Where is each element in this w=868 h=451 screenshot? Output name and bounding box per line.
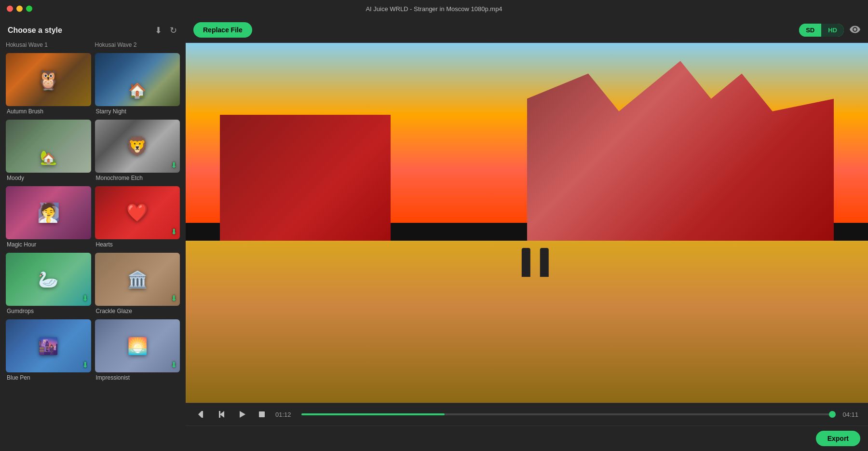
style-thumb-monochrome-etch: ⬇ <box>95 120 180 173</box>
scene-figures <box>521 248 548 277</box>
style-name-magic-hour: Magic Hour <box>6 239 91 249</box>
play-button[interactable] <box>236 408 248 421</box>
style-name-crackle-glaze: Crackle Glaze <box>95 306 180 315</box>
replace-file-button[interactable]: Replace File <box>193 22 252 38</box>
figure-2 <box>540 248 548 277</box>
window-controls <box>7 6 32 12</box>
style-item-impressionist[interactable]: ⬇ Impressionist <box>93 317 182 384</box>
bottom-bar: Export <box>186 425 868 451</box>
style-name-blue-pen: Blue Pen <box>6 372 91 382</box>
style-thumb-moody <box>6 120 91 173</box>
style-item-starry-night[interactable]: Starry Night <box>93 51 182 118</box>
controls-bar: 01:12 04:11 <box>186 403 868 425</box>
svg-marker-0 <box>198 411 202 418</box>
sd-button[interactable]: SD <box>799 24 821 37</box>
title-bar: AI Juice WRLD - Stranger in Moscow 1080p… <box>0 0 868 17</box>
svg-marker-2 <box>220 411 224 418</box>
style-thumb-crackle-glaze: ⬇ <box>95 253 180 306</box>
maximize-button[interactable] <box>26 6 32 12</box>
eye-icon[interactable] <box>850 25 860 36</box>
style-thumb-gumdrops: ⬇ <box>6 253 91 306</box>
video-scene <box>186 43 868 403</box>
stop-button[interactable] <box>256 409 268 420</box>
download-badge-impressionist: ⬇ <box>171 360 177 369</box>
sidebar-title: Choose a style <box>8 26 62 35</box>
hokusai-labels: Hokusai Wave 1 Hokusai Wave 2 <box>0 41 186 51</box>
style-grid: Autumn Brush Starry Night Moody ⬇ Monoch… <box>0 51 186 388</box>
rewind-button[interactable] <box>195 408 208 421</box>
style-item-blue-pen[interactable]: ⬇ Blue Pen <box>4 317 93 384</box>
top-bar: Replace File SD HD <box>186 17 868 43</box>
close-button[interactable] <box>7 6 13 12</box>
hokusai-wave-1-label: Hokusai Wave 1 <box>4 41 93 51</box>
current-time: 01:12 <box>275 411 294 418</box>
style-item-hearts[interactable]: ⬇ Hearts <box>93 184 182 251</box>
style-item-autumn-brush[interactable]: Autumn Brush <box>4 51 93 118</box>
download-badge-crackle: ⬇ <box>171 294 177 303</box>
export-button[interactable]: Export <box>816 431 860 446</box>
sidebar: Choose a style ⬇ ↻ Hokusai Wave 1 Hokusa… <box>0 17 186 451</box>
svg-rect-3 <box>219 411 220 418</box>
style-name-gumdrops: Gumdrops <box>6 306 91 315</box>
style-thumb-impressionist: ⬇ <box>95 319 180 372</box>
download-badge-gumdrops: ⬇ <box>82 294 88 303</box>
svg-rect-1 <box>202 411 203 418</box>
refresh-icon[interactable]: ↻ <box>169 24 178 37</box>
download-icon[interactable]: ⬇ <box>154 24 163 37</box>
right-panel: Replace File SD HD <box>186 17 868 451</box>
progress-bar[interactable] <box>301 413 832 415</box>
download-badge-hearts: ⬇ <box>171 227 177 236</box>
style-item-crackle-glaze[interactable]: ⬇ Crackle Glaze <box>93 251 182 317</box>
main-layout: Choose a style ⬇ ↻ Hokusai Wave 1 Hokusa… <box>0 17 868 451</box>
progress-thumb <box>829 411 836 418</box>
top-bar-right: SD HD <box>799 24 860 37</box>
style-thumb-magic-hour <box>6 186 91 239</box>
figure-1 <box>521 248 530 277</box>
style-item-magic-hour[interactable]: Magic Hour <box>4 184 93 251</box>
style-name-starry-night: Starry Night <box>95 106 180 116</box>
svg-rect-5 <box>259 411 265 417</box>
style-item-monochrome-etch[interactable]: ⬇ Monochrome Etch <box>93 118 182 184</box>
style-name-impressionist: Impressionist <box>95 372 180 382</box>
video-area <box>186 43 868 403</box>
style-name-moody: Moody <box>6 173 91 182</box>
hokusai-wave-2-label: Hokusai Wave 2 <box>93 41 182 51</box>
progress-fill <box>301 413 445 415</box>
minimize-button[interactable] <box>16 6 23 12</box>
download-badge-bluepen: ⬇ <box>82 360 88 369</box>
step-back-button[interactable] <box>216 408 228 421</box>
style-name-autumn-brush: Autumn Brush <box>6 106 91 116</box>
style-thumb-autumn-brush <box>6 53 91 106</box>
total-time: 04:11 <box>840 411 858 418</box>
style-thumb-hearts: ⬇ <box>95 186 180 239</box>
window-title: AI Juice WRLD - Stranger in Moscow 1080p… <box>366 5 502 13</box>
hd-button[interactable]: HD <box>821 24 844 37</box>
style-thumb-blue-pen: ⬇ <box>6 319 91 372</box>
style-item-gumdrops[interactable]: ⬇ Gumdrops <box>4 251 93 317</box>
sidebar-actions: ⬇ ↻ <box>154 24 178 37</box>
style-name-monochrome-etch: Monochrome Etch <box>95 173 180 182</box>
style-name-hearts: Hearts <box>95 239 180 249</box>
quality-toggle: SD HD <box>799 24 844 37</box>
style-item-moody[interactable]: Moody <box>4 118 93 184</box>
svg-marker-4 <box>240 411 245 418</box>
style-thumb-starry-night <box>95 53 180 106</box>
sidebar-header: Choose a style ⬇ ↻ <box>0 17 186 41</box>
download-badge-monochrome: ⬇ <box>171 161 177 170</box>
